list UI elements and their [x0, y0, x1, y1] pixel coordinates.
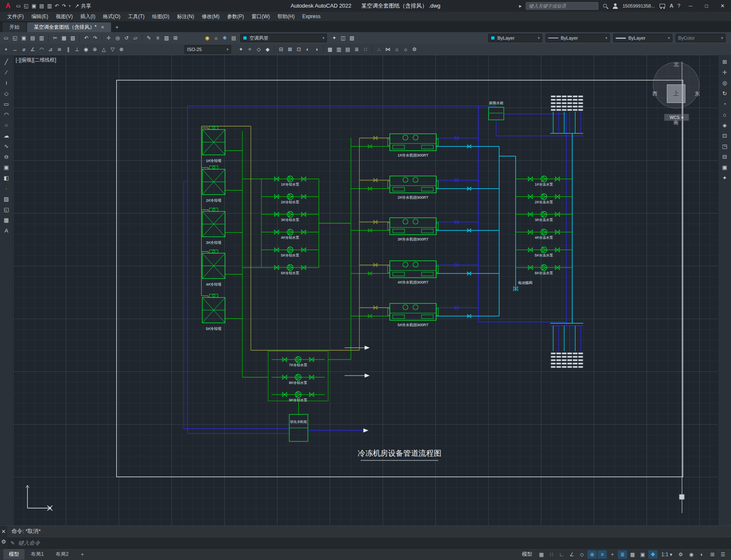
close-commandline-icon[interactable]: ✕ — [0, 528, 8, 536]
full-navigation-wheel-icon[interactable]: ⊞ — [720, 58, 729, 66]
properties-icon[interactable]: ≡ — [154, 34, 162, 42]
username[interactable]: 15059991358... — [622, 3, 655, 8]
isodraft-icon[interactable]: ◇ — [577, 550, 587, 559]
zoom-tool-icon[interactable]: ◎ — [720, 79, 729, 87]
menu-item-1[interactable]: 编辑(E) — [27, 12, 52, 21]
fillet-icon[interactable]: ◐ — [304, 45, 312, 54]
osnap-midpoint-icon[interactable]: ✧ — [246, 45, 254, 54]
layout-tab-1[interactable]: 布局1 — [25, 549, 49, 560]
offset-ic[interactable]: ▤ — [344, 45, 352, 54]
open-file-icon[interactable]: ◱ — [24, 3, 28, 9]
insert-block-icon[interactable]: ▣ — [2, 164, 11, 171]
app-store-icon[interactable] — [659, 3, 666, 9]
redo-icon[interactable]: ↷ — [91, 34, 99, 42]
account-icon[interactable] — [612, 3, 618, 9]
point-tool-icon[interactable]: ∙ — [2, 185, 11, 192]
copy-icon[interactable]: ▦ — [60, 34, 68, 42]
object-snap-icon[interactable]: ⊕ — [587, 550, 597, 559]
layer-dropdown[interactable]: 空调风管 ▾ — [240, 34, 327, 42]
autodesk-a-icon[interactable]: A — [670, 3, 674, 9]
menu-item-10[interactable]: 窗口(W) — [248, 12, 274, 21]
chamfer-icon[interactable]: ◑ — [313, 45, 321, 54]
tolerance-icon[interactable]: ≅ — [55, 45, 63, 54]
annotation-icon[interactable]: ◫ — [339, 34, 347, 42]
ellipse-tool-icon[interactable]: ⊖ — [2, 153, 11, 161]
workspace-gear-icon[interactable]: ⚙ — [676, 550, 685, 559]
paste-icon[interactable]: ▧ — [69, 34, 77, 42]
ortho-icon[interactable]: ∟ — [557, 550, 566, 559]
break-icon[interactable]: ⊗ — [117, 45, 125, 54]
create-block-icon[interactable]: ◧ — [2, 174, 11, 182]
autocad-logo[interactable]: A — [3, 2, 14, 10]
annotation-scale[interactable]: 1:1 ▾ — [659, 552, 675, 557]
close-button[interactable]: ✕ — [717, 3, 728, 9]
new-tab-button[interactable]: + — [112, 22, 122, 32]
menu-item-0[interactable]: 文件(F) — [3, 12, 27, 21]
object-snap-tracking-icon[interactable]: ≡ — [598, 550, 607, 559]
angular-dimension-icon[interactable]: ∠ — [29, 45, 37, 54]
menu-item-8[interactable]: 修改(M) — [198, 12, 223, 21]
grid-icon[interactable]: ▦ — [537, 550, 546, 559]
menu-item-11[interactable]: 帮助(H) — [274, 12, 299, 21]
compass-north[interactable]: 北 — [674, 61, 679, 68]
menu-item-5[interactable]: 工具(T) — [124, 12, 148, 21]
plot-icon[interactable]: ▥ — [38, 34, 46, 42]
layer-list-icon[interactable]: ≣ — [353, 45, 361, 54]
construction-line-icon[interactable]: ∕ — [2, 69, 11, 76]
diameter-dimension-icon[interactable]: ⌀ — [20, 45, 28, 54]
command-input-row[interactable]: ✎ 键入命令 — [7, 537, 731, 549]
open-icon[interactable]: ◱ — [11, 34, 19, 42]
redo-icon[interactable]: ↷ — [62, 3, 66, 9]
parallel-constraint-icon[interactable]: ∥ — [64, 45, 72, 54]
linear-dimension-icon[interactable]: ↔ — [11, 45, 19, 54]
dimstyle-dropdown[interactable]: ISO-25 ▾ — [185, 45, 231, 54]
menu-item-4[interactable]: 格式(O) — [99, 12, 124, 21]
viewport-controls-icon[interactable]: ◳ — [720, 143, 729, 150]
tab-drawing[interactable]: 某空调全套图纸（含排风）* ✕ — [27, 22, 111, 32]
text-tool-icon[interactable]: A — [2, 227, 11, 235]
annotation-monitor-icon[interactable]: ◉ — [687, 550, 696, 559]
menu-item-9[interactable]: 参数(P) — [223, 12, 248, 21]
layer-freeze-icon[interactable]: ❄ — [221, 34, 229, 42]
compass-west[interactable]: 西 — [652, 90, 658, 97]
region-tool-icon[interactable]: ◱ — [2, 206, 11, 214]
trim-icon[interactable]: ⊟ — [277, 45, 285, 54]
annotation-visibility-icon[interactable]: ✥ — [648, 550, 658, 559]
point-style-icon[interactable]: ∷ — [361, 45, 370, 54]
showmotion-icon[interactable]: ◔ — [720, 100, 729, 108]
hatch-icon[interactable]: ▨ — [163, 34, 171, 42]
new-file-icon[interactable]: ▭ — [16, 3, 21, 9]
polar-tracking-icon[interactable]: ∠ — [567, 550, 576, 559]
layer-sun-icon[interactable]: ☼ — [212, 34, 220, 42]
snap-center-icon[interactable]: ⊕ — [91, 45, 99, 54]
linetype-dropdown[interactable]: ByLayer ▾ — [546, 34, 610, 42]
selection-cycling-icon[interactable]: ▣ — [638, 550, 647, 559]
titlebar-expand-icon[interactable]: ▸ — [519, 3, 522, 9]
spline-tool-icon[interactable]: ∿ — [2, 143, 11, 150]
pan-icon[interactable]: ✛ — [105, 34, 113, 42]
circle-tool-icon[interactable]: ○ — [2, 122, 11, 129]
menu-item-7[interactable]: 标注(N) — [173, 12, 198, 21]
tab-start[interactable]: 开始 — [3, 22, 26, 32]
rectangle-tool-icon[interactable]: ▭ — [2, 100, 11, 108]
viewcube-top-face[interactable]: 上 — [667, 84, 685, 103]
undo-icon[interactable]: ↶ — [55, 3, 59, 9]
options-icon[interactable]: ⚙ — [410, 45, 418, 54]
model-space-chip[interactable]: 模型 — [519, 551, 535, 558]
dim-style-icon[interactable]: ⌖ — [2, 45, 10, 54]
group-icon[interactable]: ∴ — [375, 45, 383, 54]
snap-icon[interactable]: ∷ — [547, 550, 556, 559]
table-tool-icon[interactable]: ▦ — [2, 216, 11, 224]
maximize-button[interactable]: □ — [701, 3, 712, 9]
layer-bulb-icon[interactable]: ◉ — [203, 34, 211, 42]
erase-icon[interactable]: ⊠ — [286, 45, 294, 54]
minimize-button[interactable]: ─ — [685, 3, 696, 9]
save-as-icon[interactable]: ▤ — [39, 3, 44, 9]
zoom-window-icon[interactable]: ▱ — [131, 34, 139, 42]
osnap-quadrant-icon[interactable]: ◆ — [264, 45, 272, 54]
join-icon[interactable]: ⋈ — [384, 45, 392, 54]
help-icon[interactable]: ? — [677, 3, 680, 9]
tool-palettes-icon[interactable]: ▧ — [348, 34, 356, 42]
layer-walk-icon[interactable]: ▣ — [720, 164, 729, 171]
base-icon[interactable]: ⌂ — [393, 45, 401, 54]
